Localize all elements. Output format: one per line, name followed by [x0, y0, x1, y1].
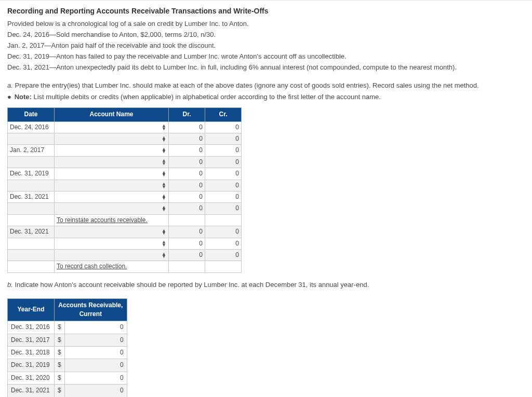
table-row: Dec. 31, 2019▲▼00 — [8, 168, 242, 180]
credit-cell[interactable]: 0 — [205, 156, 242, 168]
ar-value-cell[interactable]: 0 — [64, 372, 127, 384]
event-line: Dec. 31, 2019—Anton has failed to pay th… — [7, 52, 525, 62]
date-cell — [8, 261, 55, 272]
date-cell — [8, 180, 55, 191]
sort-icon[interactable]: ▲▼ — [162, 252, 166, 258]
account-cell[interactable]: ▲▼ — [55, 226, 169, 238]
debit-cell[interactable]: 0 — [169, 203, 205, 214]
credit-cell[interactable]: 0 — [205, 145, 242, 156]
debit-cell — [169, 261, 205, 272]
sort-icon[interactable]: ▲▼ — [162, 183, 166, 188]
currency-symbol: $ — [55, 359, 65, 372]
debit-cell[interactable]: 0 — [169, 226, 205, 238]
col-header-date: Date — [8, 108, 55, 121]
account-cell[interactable]: ▲▼ — [55, 133, 169, 144]
debit-cell[interactable]: 0 — [169, 145, 205, 156]
part-a-text: Prepare the entry(ies) that Lumber Inc. … — [13, 81, 479, 89]
journal-note: To reinstate accounts receivable. — [57, 216, 148, 224]
intro-text: Provided below is a chronological log of… — [7, 19, 525, 29]
debit-cell[interactable]: 0 — [169, 238, 205, 249]
currency-symbol: $ — [55, 372, 65, 384]
event-line: Dec. 31, 2021—Anton unexpectedly paid it… — [7, 63, 525, 73]
debit-cell[interactable]: 0 — [169, 249, 205, 261]
sort-icon[interactable]: ▲▼ — [162, 136, 166, 142]
account-cell[interactable]: ▲▼ — [55, 121, 169, 133]
account-cell[interactable]: ▲▼ — [55, 156, 169, 168]
date-cell: Dec. 31, 2019 — [8, 168, 55, 180]
part-a-prefix: a. — [7, 81, 13, 89]
credit-cell[interactable]: 0 — [205, 133, 242, 144]
ar-value-cell[interactable]: 0 — [64, 347, 127, 359]
col-header-dr: Dr. — [169, 108, 205, 121]
ar-value-cell[interactable]: 0 — [64, 385, 127, 397]
account-cell: To record cash collection. — [55, 261, 169, 272]
account-cell[interactable]: ▲▼ — [55, 203, 169, 214]
credit-cell[interactable]: 0 — [205, 238, 242, 249]
table-row: Dec. 31, 2019$0 — [8, 359, 127, 372]
account-cell[interactable]: ▲▼ — [55, 168, 169, 180]
credit-cell[interactable]: 0 — [205, 203, 242, 214]
debit-cell[interactable]: 0 — [169, 121, 205, 133]
date-cell — [8, 249, 55, 261]
table-row: ▲▼00 — [8, 238, 242, 249]
table-row: ▲▼00 — [8, 203, 242, 214]
table-row: Dec. 31, 2021▲▼00 — [8, 226, 242, 238]
balances-table: Year-End Accounts Receivable, Current De… — [7, 298, 127, 397]
table-row: ▲▼00 — [8, 133, 242, 144]
credit-cell[interactable]: 0 — [205, 249, 242, 261]
part-b-prompt: b. Indicate how Anton's account receivab… — [7, 280, 525, 290]
col-header-cr: Cr. — [205, 108, 242, 121]
journal-table: Date Account Name Dr. Cr. Dec. 24, 2016▲… — [7, 107, 242, 272]
sort-icon[interactable]: ▲▼ — [162, 206, 166, 212]
debit-cell[interactable]: 0 — [169, 180, 205, 191]
table-row: Dec. 31, 2018$0 — [8, 347, 127, 359]
ar-value-cell[interactable]: 0 — [64, 334, 127, 346]
yearend-cell: Dec. 31, 2020 — [8, 372, 55, 384]
sort-icon[interactable]: ▲▼ — [162, 171, 166, 176]
date-cell: Dec. 31, 2021 — [8, 226, 55, 238]
table-row: Dec. 31, 2017$0 — [8, 334, 127, 346]
date-cell: Dec. 31, 2021 — [8, 191, 55, 202]
sort-icon[interactable]: ▲▼ — [162, 241, 166, 247]
sort-icon[interactable]: ▲▼ — [162, 159, 166, 165]
credit-cell[interactable]: 0 — [205, 180, 242, 191]
part-a-prompt: a. Prepare the entry(ies) that Lumber In… — [7, 81, 525, 91]
event-line: Jan. 2, 2017—Anton paid half of the rece… — [7, 41, 525, 51]
credit-cell[interactable]: 0 — [205, 168, 242, 180]
date-cell: Dec. 24, 2016 — [8, 121, 55, 133]
col-header-account: Account Name — [55, 108, 169, 121]
date-cell — [8, 133, 55, 144]
account-cell[interactable]: ▲▼ — [55, 180, 169, 191]
account-cell[interactable]: ▲▼ — [55, 145, 169, 156]
sort-icon[interactable]: ▲▼ — [162, 125, 166, 130]
debit-cell[interactable]: 0 — [169, 168, 205, 180]
credit-cell[interactable]: 0 — [205, 191, 242, 202]
debit-cell[interactable]: 0 — [169, 191, 205, 202]
debit-cell — [169, 214, 205, 226]
account-cell[interactable]: ▲▼ — [55, 249, 169, 261]
sort-icon[interactable]: ▲▼ — [162, 229, 166, 235]
ar-value-cell[interactable]: 0 — [64, 359, 127, 372]
page-title: Recording and Reporting Accounts Receiva… — [7, 6, 525, 16]
sort-icon[interactable]: ▲▼ — [162, 194, 166, 200]
yearend-cell: Dec. 31, 2017 — [8, 334, 55, 346]
event-line: Dec. 24, 2016—Sold merchandise to Anton,… — [7, 30, 525, 40]
ar-value-cell[interactable]: 0 — [64, 321, 127, 334]
part-b-text: Indicate how Anton's account receivable … — [13, 281, 369, 289]
debit-cell[interactable]: 0 — [169, 133, 205, 144]
account-cell[interactable]: ▲▼ — [55, 191, 169, 202]
sort-icon[interactable]: ▲▼ — [162, 148, 166, 154]
yearend-cell: Dec. 31, 2021 — [8, 385, 55, 397]
credit-cell[interactable]: 0 — [205, 121, 242, 133]
table-row: Dec. 24, 2016▲▼00 — [8, 121, 242, 133]
currency-symbol: $ — [55, 385, 65, 397]
credit-cell — [205, 261, 242, 272]
part-b-prefix: b. — [7, 281, 13, 289]
credit-cell[interactable]: 0 — [205, 226, 242, 238]
date-cell — [8, 214, 55, 226]
table-row: Dec. 31, 2016$0 — [8, 321, 127, 334]
debit-cell[interactable]: 0 — [169, 156, 205, 168]
table-row: Dec. 31, 2021$0 — [8, 385, 127, 397]
currency-symbol: $ — [55, 321, 65, 334]
account-cell[interactable]: ▲▼ — [55, 238, 169, 249]
